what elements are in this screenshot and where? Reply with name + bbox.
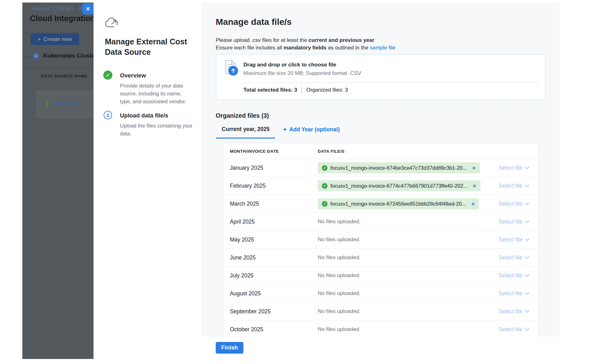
months-table: MONTH/INVOICE DATE DATA FILE/S January 2… xyxy=(224,143,538,337)
select-file-label: Select file xyxy=(498,183,522,189)
manage-data-source-drawer: Manage External Cost Data Source ✓ Overv… xyxy=(94,3,201,359)
column-header-data-source-name: DATA SOURCE NAME xyxy=(41,74,88,78)
add-year-button[interactable]: + Add Year (optional) xyxy=(283,126,340,133)
chevron-down-icon xyxy=(525,220,530,223)
no-files-text: No files uploaded. xyxy=(318,308,361,314)
select-file-dropdown[interactable]: Select file xyxy=(498,201,530,207)
chevron-down-icon xyxy=(525,184,530,187)
step-2-label[interactable]: Upload data file/s xyxy=(120,112,168,119)
chevron-down-icon xyxy=(525,292,530,295)
chevron-down-icon xyxy=(525,310,530,313)
select-file-label: Select file xyxy=(498,308,522,315)
create-new-button[interactable]: + Create new xyxy=(31,33,79,45)
chevron-down-icon xyxy=(525,238,530,241)
select-file-label: Select file xyxy=(498,219,522,225)
instruction-line2-bold: mandatory fields xyxy=(283,45,326,51)
file-name: focusv1_mongo-invoice-672456ee851bbb28c6… xyxy=(330,201,466,207)
step-1-label[interactable]: Overview xyxy=(120,72,146,79)
month-label: October 2025 xyxy=(230,326,263,333)
add-year-label: Add Year (optional) xyxy=(289,126,340,133)
create-new-label: Create new xyxy=(43,36,72,43)
cloud-export-icon xyxy=(104,17,119,29)
select-file-label: Select file xyxy=(498,201,522,207)
mongodb-leaf-icon xyxy=(45,99,50,109)
instruction-line1-bold: current and previous year xyxy=(309,37,374,43)
select-file-dropdown[interactable]: Select file xyxy=(498,308,530,315)
tab-kubernetes-label: Kubernetes Clusters xyxy=(43,52,94,59)
close-drawer-button[interactable]: ✕ xyxy=(82,3,94,14)
file-dropzone[interactable]: Drag and drop or click to choose file Ma… xyxy=(216,54,545,100)
chevron-down-icon xyxy=(525,328,530,331)
file-name: focusv1_mongo-invoice-674be3ce47c73d37dd… xyxy=(330,165,467,171)
total-selected-files: Total selected files: 3 xyxy=(243,87,297,93)
check-icon: ✓ xyxy=(322,165,327,171)
select-file-label: Select file xyxy=(498,326,522,333)
data-source-name-link[interactable]: test-jbisht xyxy=(54,100,81,107)
month-label: June 2025 xyxy=(230,254,256,261)
no-files-text: No files uploaded. xyxy=(318,254,361,260)
manage-data-files-panel: Manage data file/s Please upload .csv fi… xyxy=(201,3,560,359)
table-row: July 2025 No files uploaded. Select file xyxy=(224,267,538,285)
table-row: June 2025 No files uploaded. Select file xyxy=(224,249,538,267)
tab-kubernetes-clusters[interactable]: Kubernetes Clusters xyxy=(33,52,94,59)
select-file-dropdown[interactable]: Select file xyxy=(498,254,530,261)
breadcrumb[interactable]: Account: CCM-NG›Set xyxy=(31,6,86,12)
organized-files-count: Organized files: 3 xyxy=(306,87,348,93)
chevron-down-icon xyxy=(525,256,530,259)
breadcrumb-account-link[interactable]: Account: CCM-NG xyxy=(31,6,73,11)
month-label: July 2025 xyxy=(230,272,253,279)
month-label: August 2025 xyxy=(230,290,261,297)
chevron-down-icon xyxy=(525,274,530,277)
table-row: October 2025 No files uploaded. Select f… xyxy=(224,321,538,337)
instruction-line2-middle: as outlined in the xyxy=(327,45,370,51)
select-file-dropdown[interactable]: Select file xyxy=(498,183,530,189)
step-2-number: 2 xyxy=(106,112,109,118)
data-source-row[interactable]: test-jbisht xyxy=(36,90,94,118)
no-files-text: No files uploaded. xyxy=(318,326,361,332)
select-file-label: Select file xyxy=(498,236,522,243)
table-row: September 2025 No files uploaded. Select… xyxy=(224,303,538,321)
no-files-text: No files uploaded. xyxy=(318,290,361,296)
remove-file-icon[interactable]: ✕ xyxy=(471,201,475,206)
step-2-number-icon: 2 xyxy=(104,111,112,119)
no-files-text: No files uploaded. xyxy=(318,219,361,225)
background-page-overlay: Account: CCM-NG›Set Cloud Integration + … xyxy=(22,3,94,359)
dropzone-subtitle: Maximum file size 20 MB; Supported forma… xyxy=(243,70,361,77)
table-row: May 2025 No files uploaded. Select file xyxy=(224,231,538,249)
instruction-line1: Please upload .csv files for at least th… xyxy=(216,37,309,43)
table-row: August 2025 No files uploaded. Select fi… xyxy=(224,285,538,303)
divider xyxy=(302,87,302,94)
footer-bar: Finish xyxy=(201,337,560,359)
instruction-line2: Ensure each file includes all xyxy=(216,45,283,51)
select-file-label: Select file xyxy=(498,272,522,279)
month-label: September 2025 xyxy=(230,308,270,315)
remove-file-icon[interactable]: ✕ xyxy=(472,165,476,170)
drawer-title: Manage External Cost Data Source xyxy=(105,37,193,57)
step-1-description: Provide details of your data source, inc… xyxy=(120,82,193,105)
select-file-dropdown[interactable]: Select file xyxy=(498,272,530,279)
no-files-text: No files uploaded. xyxy=(318,236,361,242)
close-icon: ✕ xyxy=(86,6,90,12)
month-label: April 2025 xyxy=(230,219,255,225)
table-row: April 2025 No files uploaded. Select fil… xyxy=(224,213,538,231)
select-file-label: Select file xyxy=(498,254,522,261)
select-file-dropdown[interactable]: Select file xyxy=(498,290,530,297)
select-file-dropdown[interactable]: Select file xyxy=(498,219,530,225)
uploaded-file-chip: ✓ focusv1_mongo-invoice-6774c477b667901d… xyxy=(318,180,481,191)
uploaded-file-chip: ✓ focusv1_mongo-invoice-674be3ce47c73d37… xyxy=(318,162,480,173)
remove-file-icon[interactable]: ✕ xyxy=(472,183,476,188)
sample-file-link[interactable]: sample file xyxy=(370,45,396,51)
tab-current-year[interactable]: Current year, 2025 xyxy=(216,126,275,139)
select-file-label: Select file xyxy=(498,290,522,297)
uploaded-file-chip: ✓ focusv1_mongo-invoice-672456ee851bbb28… xyxy=(318,198,479,209)
select-file-dropdown[interactable]: Select file xyxy=(498,236,530,243)
select-file-dropdown[interactable]: Select file xyxy=(498,165,530,171)
table-header: MONTH/INVOICE DATE DATA FILE/S xyxy=(224,143,538,159)
upload-instructions: Please upload .csv files for at least th… xyxy=(216,37,396,52)
table-row: February 2025 ✓ focusv1_mongo-invoice-67… xyxy=(224,177,538,195)
check-icon: ✓ xyxy=(322,201,327,207)
divider xyxy=(22,32,94,32)
kubernetes-icon xyxy=(33,53,39,59)
finish-button[interactable]: Finish xyxy=(216,342,243,354)
select-file-dropdown[interactable]: Select file xyxy=(498,326,530,333)
